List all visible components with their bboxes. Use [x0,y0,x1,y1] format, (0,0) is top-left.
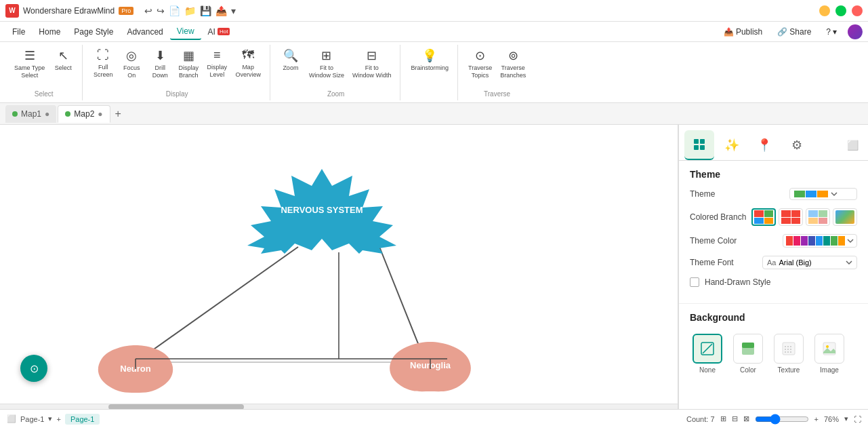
brainstorming-button[interactable]: 💡 Brainstorming [407,46,452,74]
branch-neuroglia[interactable]: Neuroglia [386,338,474,395]
map-overview-button[interactable]: 🗺 MapOverview [232,46,264,81]
theme-color-picker[interactable] [783,234,857,248]
open-button[interactable]: 📁 [184,5,196,16]
drill-down-button[interactable]: ⬇ DrillDown [146,46,173,81]
toolbar: ☰ Same TypeSelect ↖ Select Select ⛶ Full… [0,42,868,103]
panel-expand-button[interactable]: ⬜ [843,140,863,151]
full-screen-button[interactable]: ⛶ FullScreen [89,46,117,81]
fullscreen-button[interactable]: ⛶ [854,415,861,423]
page-label: Page-1 [20,415,44,423]
layout-icon[interactable]: ⬜ [7,414,16,423]
select-button[interactable]: ↖ Select [49,46,77,74]
svg-line-15 [703,344,712,353]
svg-rect-10 [694,139,699,144]
help-button[interactable]: ?▾ [822,25,841,39]
theme-font-dropdown[interactable]: Aa Arial (Big) [762,256,857,269]
panel-tab-ai[interactable]: ✨ [717,130,747,160]
page-dropdown-button[interactable]: ▾ [48,414,52,423]
page-tab[interactable]: Page-1 [65,414,100,425]
color-dropdown-chevron [847,237,854,244]
fit-button[interactable]: ⊠ [743,414,749,423]
scroll-thumb[interactable] [108,404,244,409]
zoom-slider[interactable] [755,414,809,425]
theme-row: Theme [690,188,857,200]
central-node[interactable]: NERVOUS SYSTEM [244,166,400,254]
bg-option-image[interactable]: Image [812,331,847,376]
map-overview-icon: 🗺 [242,48,254,62]
svg-text:NERVOUS SYSTEM: NERVOUS SYSTEM [281,205,363,215]
floating-action-button[interactable]: ⊙ [20,355,47,382]
add-tab-button[interactable]: + [112,108,125,120]
same-type-select-button[interactable]: ☰ Same TypeSelect [11,46,48,81]
zoom-in-button[interactable]: + [814,415,819,423]
canvas[interactable]: NERVOUS SYSTEM Neuron Neuroglia All nerv… [0,125,678,409]
pro-badge: Pro [119,7,133,15]
hand-drawn-checkbox[interactable] [690,277,699,287]
panel-tab-layout[interactable] [684,130,714,160]
panel-tab-pin[interactable]: 📍 [749,130,779,160]
menu-ai[interactable]: AI Hot [201,24,237,39]
menu-view[interactable]: View [170,24,201,40]
bg-option-texture[interactable]: Texture [771,331,806,376]
title-bar-left: W Wondershare EdrawMind Pro ↩ ↪ 📄 📁 💾 📤 … [5,4,236,18]
bg-image-icon [814,334,844,364]
focus-on-button[interactable]: ◎ FocusOn [118,46,145,81]
menu-home[interactable]: Home [32,24,67,39]
svg-rect-17 [742,343,754,348]
bg-option-none[interactable]: None [690,331,725,376]
zoom-dropdown-button[interactable]: ▾ [844,414,848,423]
svg-text:Neuroglia: Neuroglia [410,360,451,370]
traverse-branches-button[interactable]: ⊚ TraverseBranches [497,46,529,81]
cb-option-2[interactable] [779,208,803,226]
undo-button[interactable]: ↩ [144,5,152,16]
panel-tab-settings[interactable]: ⚙ [782,130,812,160]
background-section: Background None [679,303,868,385]
zoom-button[interactable]: 🔍 Zoom [277,46,304,74]
toolbar-group-zoom: 🔍 Zoom ⊞ Fit toWindow Size ⊟ Fit toWindo… [272,45,401,100]
dropdown-chevron [831,191,838,197]
display-branch-button[interactable]: ▦ DisplayBranch [175,46,202,81]
minimize-button[interactable] [819,5,830,16]
close-button[interactable] [852,5,863,16]
horizontal-scrollbar[interactable] [0,404,678,409]
cb-option-4[interactable] [833,208,857,226]
fit-to-window-width-button[interactable]: ⊟ Fit toWindow Width [349,46,395,81]
traverse-topics-button[interactable]: ⊙ TraverseTopics [465,46,495,81]
theme-dropdown[interactable] [789,188,857,200]
bg-image-label: Image [820,366,839,374]
theme-color-row: Theme Color [690,234,857,248]
tab-map2[interactable]: Map2 ● [58,105,110,123]
display-level-button[interactable]: ≡ DisplayLevel [203,46,230,81]
svg-point-23 [826,345,829,348]
traverse-branches-icon: ⊚ [508,48,518,63]
share-button[interactable]: 🔗 Share [773,25,815,39]
same-type-select-icon: ☰ [24,48,35,63]
save-button[interactable]: 💾 [200,5,211,16]
thumbnail-button[interactable]: ⊟ [732,414,738,423]
add-page-button[interactable]: + [56,415,60,423]
bg-option-color[interactable]: Color [730,331,766,376]
toolbar-group-traverse: ⊙ TraverseTopics ⊚ TraverseBranches Trav… [459,45,535,100]
menu-file[interactable]: File [5,24,32,39]
bg-none-icon [693,334,722,364]
redo-button[interactable]: ↪ [157,5,165,16]
main-area: NERVOUS SYSTEM Neuron Neuroglia All nerv… [0,125,868,409]
menu-page-style[interactable]: Page Style [67,24,120,39]
theme-label: Theme [690,189,715,199]
maximize-button[interactable] [835,5,846,16]
tabs-bar: Map1 ● Map2 ● + [0,103,868,125]
font-dropdown-chevron [846,259,852,266]
branch-neuron[interactable]: Neuron [95,342,176,398]
user-avatar[interactable] [848,24,863,39]
cb-option-1[interactable] [751,208,776,226]
tab-map1[interactable]: Map1 ● [5,105,56,123]
menu-advanced[interactable]: Advanced [120,24,169,39]
export-button[interactable]: 📤 [215,5,227,16]
grid-button[interactable]: ⊞ [720,414,726,423]
more-button[interactable]: ▾ [231,5,236,16]
bg-texture-icon [774,334,804,364]
cb-option-3[interactable] [806,208,830,226]
new-button[interactable]: 📄 [169,5,180,16]
fit-to-window-size-button[interactable]: ⊞ Fit toWindow Size [306,46,348,81]
publish-button[interactable]: 📤 Publish [720,25,766,39]
